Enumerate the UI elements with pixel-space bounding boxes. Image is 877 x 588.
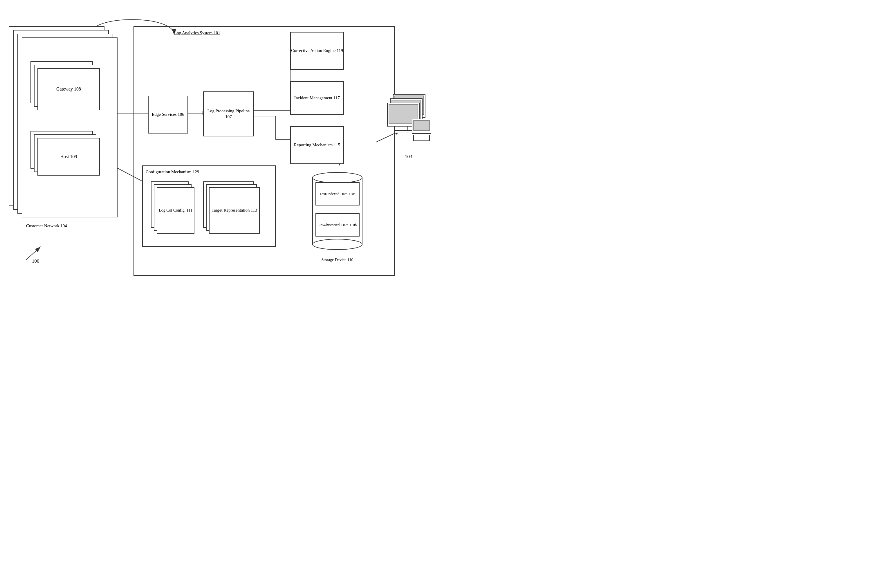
label-100-arrow xyxy=(23,244,46,261)
host-label: Host 109 xyxy=(60,154,77,160)
svg-rect-20 xyxy=(414,120,430,130)
diagram-container: Gateway 108 Host 109 Customer Network 10… xyxy=(0,0,439,294)
target-representation-box: Target Representation 113 xyxy=(209,187,260,234)
log-col-config-label: Log Col Config. 111 xyxy=(159,208,192,213)
incident-management-label: Incident Management 117 xyxy=(294,95,340,101)
corrective-action-box: Corrective Action Engine 119 xyxy=(290,32,344,70)
log-col-config-box: Log Col Config. 111 xyxy=(157,187,195,234)
log-processing-label: Log Processing Pipeline 107 xyxy=(204,108,253,120)
config-mechanism-label: Configuration Mechanism 129 xyxy=(146,169,199,175)
svg-line-22 xyxy=(26,247,40,260)
text-indexed-box: Text/Indexed Data 110a xyxy=(315,182,360,206)
raw-historical-label: Raw/historical Data 110b xyxy=(318,223,357,228)
svg-rect-18 xyxy=(395,130,412,133)
customer-network-label: Customer Network 104 xyxy=(26,224,67,228)
svg-rect-17 xyxy=(399,126,408,130)
client-label: 103 xyxy=(405,154,412,160)
system-label: Log Analytics System 101 xyxy=(174,30,220,35)
client-svg xyxy=(386,93,432,151)
edge-services-label: Edge Services 106 xyxy=(152,112,184,117)
svg-rect-21 xyxy=(414,135,430,141)
client-computer xyxy=(386,93,432,151)
incident-management-box: Incident Management 117 xyxy=(290,81,344,115)
reporting-mechanism-label: Reporting Mechanism 115 xyxy=(294,142,340,148)
gateway-label: Gateway 108 xyxy=(56,86,81,92)
edge-services-box: Edge Services 106 xyxy=(148,96,188,134)
storage-cylinder: Text/Indexed Data 110a Raw/historical Da… xyxy=(312,171,363,254)
storage-label: Storage Device 110 xyxy=(315,258,360,262)
gateway-box: Gateway 108 xyxy=(37,68,100,110)
customer-network-front-card: Gateway 108 Host 109 xyxy=(22,38,117,218)
reporting-mechanism-box: Reporting Mechanism 115 xyxy=(290,126,344,164)
log-processing-box: Log Processing Pipeline 107 xyxy=(203,92,254,136)
corrective-action-label: Corrective Action Engine 119 xyxy=(291,48,343,54)
text-indexed-label: Text/Indexed Data 110a xyxy=(319,192,355,196)
raw-historical-box: Raw/historical Data 110b xyxy=(315,213,360,237)
svg-point-9 xyxy=(313,239,362,250)
svg-point-10 xyxy=(313,172,362,183)
host-box: Host 109 xyxy=(37,138,100,176)
target-representation-label: Target Representation 113 xyxy=(211,207,257,213)
